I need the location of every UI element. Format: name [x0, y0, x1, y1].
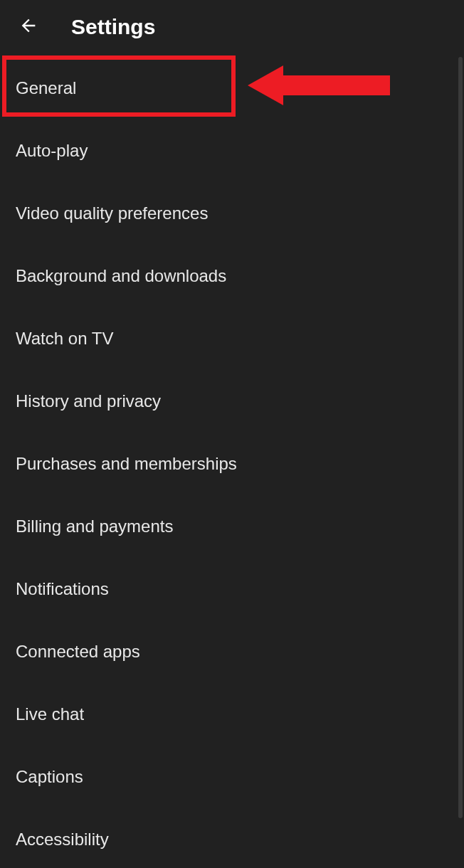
header: Settings	[0, 0, 464, 54]
settings-item-general[interactable]: General	[0, 57, 464, 120]
back-button[interactable]	[14, 13, 43, 41]
settings-item-background-downloads[interactable]: Background and downloads	[0, 245, 464, 307]
settings-item-notifications[interactable]: Notifications	[0, 558, 464, 620]
settings-item-history-privacy[interactable]: History and privacy	[0, 370, 464, 433]
settings-item-purchases-memberships[interactable]: Purchases and memberships	[0, 433, 464, 495]
settings-item-video-quality[interactable]: Video quality preferences	[0, 182, 464, 245]
settings-item-watch-on-tv[interactable]: Watch on TV	[0, 307, 464, 370]
settings-list: General Auto-play Video quality preferen…	[0, 57, 464, 868]
settings-item-accessibility[interactable]: Accessibility	[0, 808, 464, 868]
settings-item-autoplay[interactable]: Auto-play	[0, 120, 464, 182]
settings-item-live-chat[interactable]: Live chat	[0, 683, 464, 746]
settings-item-billing-payments[interactable]: Billing and payments	[0, 495, 464, 558]
scrollbar[interactable]	[458, 57, 463, 818]
settings-item-connected-apps[interactable]: Connected apps	[0, 620, 464, 683]
settings-item-captions[interactable]: Captions	[0, 746, 464, 808]
page-title: Settings	[71, 15, 155, 39]
back-arrow-icon	[19, 16, 38, 38]
